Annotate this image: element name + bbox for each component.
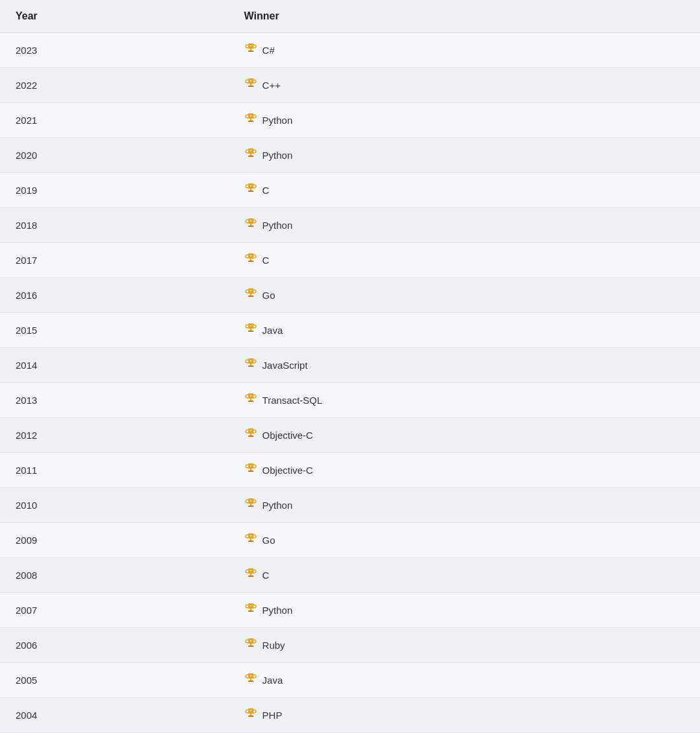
winner-cell: Java [229, 313, 700, 348]
winner-column-header: Winner [229, 0, 700, 33]
svg-rect-6 [248, 86, 253, 87]
svg-rect-22 [248, 226, 253, 227]
winner-cell: Python [229, 208, 700, 243]
winner-name: Python [262, 500, 293, 511]
year-cell: 2021 [0, 103, 229, 138]
table-row: 2011 Objective-C [0, 453, 700, 488]
winner-cell: Ruby [229, 628, 700, 663]
winners-table: Year Winner 2023 C#2022 [0, 0, 700, 733]
table-row: 2014 JavaScript [0, 348, 700, 383]
table-row: 2017 C [0, 243, 700, 278]
trophy-icon [244, 462, 257, 478]
table-row: 2018 Python [0, 208, 700, 243]
winner-cell: Python [229, 103, 700, 138]
winner-name: Transact-SQL [262, 395, 323, 406]
trophy-icon [244, 147, 257, 163]
table-row: 2016 Go [0, 278, 700, 313]
trophy-icon [244, 42, 257, 58]
table-row: 2021 Python [0, 103, 700, 138]
winner-name: Python [262, 220, 293, 231]
svg-rect-73 [250, 679, 251, 681]
svg-rect-42 [248, 401, 253, 402]
winner-cell: C [229, 243, 700, 278]
svg-rect-50 [248, 471, 253, 472]
table-row: 2006 Ruby [0, 628, 700, 663]
winner-name: Java [262, 675, 283, 686]
svg-rect-17 [250, 189, 251, 191]
svg-rect-33 [250, 329, 251, 331]
winner-name: C [262, 185, 270, 196]
svg-rect-77 [250, 714, 251, 716]
trophy-icon [244, 637, 257, 653]
table-row: 2010 Python [0, 488, 700, 523]
svg-rect-49 [250, 469, 251, 471]
winner-cell: JavaScript [229, 348, 700, 383]
winner-cell: C [229, 173, 700, 208]
svg-rect-69 [250, 644, 251, 646]
svg-rect-38 [248, 366, 253, 367]
year-cell: 2016 [0, 278, 229, 313]
winner-name: Objective-C [262, 430, 313, 441]
svg-rect-57 [250, 539, 251, 541]
year-cell: 2011 [0, 453, 229, 488]
trophy-icon [244, 532, 257, 548]
trophy-icon [244, 427, 257, 443]
trophy-icon [244, 392, 257, 408]
winner-cell: Java [229, 663, 700, 698]
winner-cell: C++ [229, 68, 700, 103]
table-row: 2004 PHP [0, 698, 700, 733]
year-cell: 2009 [0, 523, 229, 558]
winner-cell: Go [229, 523, 700, 558]
svg-rect-29 [250, 294, 251, 296]
table-row: 2007 Python [0, 593, 700, 628]
year-cell: 2008 [0, 558, 229, 593]
svg-rect-45 [250, 434, 251, 436]
svg-rect-34 [248, 331, 253, 332]
trophy-icon [244, 602, 257, 618]
svg-rect-30 [248, 296, 253, 297]
winner-cell: C# [229, 33, 700, 68]
table-row: 2023 C# [0, 33, 700, 68]
trophy-icon [244, 252, 257, 268]
trophy-icon [244, 567, 257, 583]
trophy-icon [244, 112, 257, 128]
winner-name: C [262, 570, 270, 581]
winner-cell: Transact-SQL [229, 383, 700, 418]
svg-rect-54 [248, 506, 253, 507]
winner-cell: Objective-C [229, 453, 700, 488]
svg-rect-21 [250, 224, 251, 226]
svg-rect-53 [250, 504, 251, 506]
svg-rect-18 [248, 191, 253, 192]
winner-name: C# [262, 45, 275, 56]
year-cell: 2007 [0, 593, 229, 628]
winner-name: PHP [262, 710, 283, 721]
svg-rect-62 [248, 576, 253, 577]
table-row: 2005 Java [0, 663, 700, 698]
table-row: 2020 Python [0, 138, 700, 173]
svg-rect-46 [248, 436, 253, 437]
year-cell: 2005 [0, 663, 229, 698]
trophy-icon [244, 287, 257, 303]
winner-name: Go [262, 535, 275, 546]
svg-rect-78 [248, 716, 253, 717]
winner-name: Python [262, 150, 293, 161]
year-cell: 2023 [0, 33, 229, 68]
year-cell: 2014 [0, 348, 229, 383]
winner-cell: Python [229, 593, 700, 628]
year-cell: 2022 [0, 68, 229, 103]
svg-rect-10 [248, 121, 253, 122]
svg-rect-66 [248, 611, 253, 612]
winner-name: Go [262, 290, 275, 301]
table-row: 2013 Transact-SQL [0, 383, 700, 418]
trophy-icon [244, 77, 257, 93]
table-row: 2015 Java [0, 313, 700, 348]
table-row: 2019 C [0, 173, 700, 208]
year-cell: 2010 [0, 488, 229, 523]
trophy-icon [244, 357, 257, 373]
year-cell: 2013 [0, 383, 229, 418]
winner-cell: Go [229, 278, 700, 313]
svg-rect-9 [250, 119, 251, 121]
year-column-header: Year [0, 0, 229, 33]
svg-rect-58 [248, 541, 253, 542]
svg-rect-70 [248, 646, 253, 647]
